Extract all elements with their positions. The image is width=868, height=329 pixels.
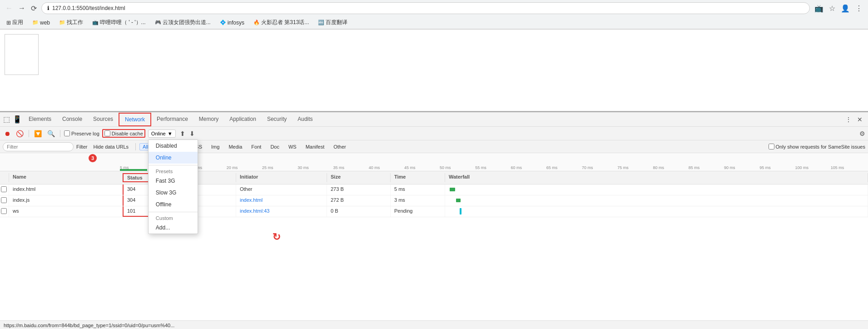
tab-console[interactable]: Console — [57, 113, 88, 126]
col-header-name[interactable]: Name — [9, 173, 123, 182]
menu-button[interactable]: ⋮ — [853, 3, 864, 14]
throttle-option-add[interactable]: Add... — [149, 222, 198, 234]
bookmark-baidu[interactable]: 🔤 百度翻译 — [315, 18, 350, 27]
tab-audits[interactable]: Audits — [292, 113, 318, 126]
col-header-time[interactable]: Time — [391, 173, 445, 182]
browser-actions: 📺 ☆ 👤 ⋮ — [813, 3, 864, 14]
row-time-1: 5 ms — [391, 184, 445, 195]
initiator-link-3[interactable]: index.html:43 — [240, 208, 269, 214]
bookmark-button[interactable]: ☆ — [827, 3, 837, 14]
filter-img[interactable]: Img — [208, 143, 223, 150]
forward-button[interactable]: → — [16, 3, 27, 13]
preserve-log-label: Preserve log — [71, 131, 99, 136]
preserve-log-checkbox[interactable]: Preserve log — [64, 130, 99, 136]
bookmark-bilibili[interactable]: 📺 哔哩哔哩（ ' - '）... — [89, 18, 149, 27]
apps-bookmark[interactable]: ⊞ 应用 — [4, 18, 26, 27]
bookmark-game[interactable]: 🎮 云顶女团强势出道... — [152, 18, 213, 27]
back-button[interactable]: ← — [4, 3, 15, 13]
search-button[interactable]: 🔍 — [46, 129, 56, 138]
filter-divider — [135, 143, 136, 150]
filter-type-hide-data[interactable]: Hide data URLs — [90, 143, 132, 150]
disable-cache-input[interactable] — [104, 130, 110, 136]
row-size-1: 273 B — [327, 184, 391, 195]
filter-doc[interactable]: Doc — [267, 143, 283, 150]
filter-font[interactable]: Font — [248, 143, 264, 150]
clear-button[interactable]: 🚫 — [15, 129, 25, 138]
table-row[interactable]: index.html 304 document Other 273 B 5 ms — [0, 184, 868, 195]
filter-other[interactable]: Other — [330, 143, 349, 150]
bookmark-work[interactable]: 📁 找工作 — [56, 18, 86, 27]
tab-memory[interactable]: Memory — [193, 113, 224, 126]
bookmark-web[interactable]: 📁 web — [30, 19, 53, 27]
tab-elements[interactable]: Elements — [23, 113, 57, 126]
throttle-btn[interactable]: Online ▼ — [148, 130, 176, 138]
tab-security[interactable]: Security — [262, 113, 292, 126]
profile-button[interactable]: 👤 — [839, 3, 852, 14]
export-button[interactable]: ⬇ — [188, 129, 196, 138]
filter-media[interactable]: Media — [225, 143, 245, 150]
folder-icon: 📁 — [32, 20, 39, 25]
filter-label: Filter — [76, 144, 87, 150]
row-size-2: 272 B — [327, 195, 391, 206]
row-checkbox-2[interactable] — [0, 195, 9, 206]
throttle-option-online[interactable]: Online — [149, 152, 198, 164]
reload-button[interactable]: ⟳ — [29, 3, 39, 14]
tab-network[interactable]: Network — [119, 113, 151, 126]
initiator-link-2[interactable]: index.html — [240, 197, 263, 203]
upload-download-icons: ⬆ ⬇ — [179, 129, 196, 138]
devtools-close-button[interactable]: ✕ — [855, 115, 864, 124]
col-header-waterfall[interactable]: Waterfall — [445, 173, 868, 182]
tab-performance[interactable]: Performance — [151, 113, 193, 126]
import-button[interactable]: ⬆ — [179, 129, 187, 138]
devtools-more-button[interactable]: ⋮ — [843, 115, 853, 124]
network-table: Name Status Type Initiator Size Time Wat… — [0, 171, 868, 320]
table-row[interactable]: index.js 304 script index.html 272 B 3 m… — [0, 195, 868, 206]
throttle-option-fast3g[interactable]: Fast 3G — [149, 175, 198, 187]
throttle-dropdown[interactable]: Online ▼ Disabled Online Presets Fast 3G… — [148, 130, 176, 138]
bookmark-infosys[interactable]: 💠 infosys — [217, 19, 247, 27]
samesite-checkbox[interactable]: Only show requests for SameSite issues — [769, 144, 865, 150]
table-header: Name Status Type Initiator Size Time Wat… — [0, 171, 868, 184]
preserve-log-input[interactable] — [64, 130, 70, 136]
row-name-2: index.js — [9, 195, 123, 206]
devtools-device-button[interactable]: 📱 — [11, 114, 23, 125]
timeline-section: 5 ms 10 ms 15 ms 20 ms 25 ms 30 ms 35 ms… — [0, 153, 868, 171]
bilibili-icon: 📺 — [92, 20, 99, 25]
throttle-divider-2 — [149, 212, 198, 212]
filter-input[interactable] — [3, 142, 74, 151]
bookmark-naruto[interactable]: 🔥 火影忍者 第313话... — [251, 18, 312, 27]
col-header-checkbox — [0, 173, 9, 182]
col-header-initiator[interactable]: Initiator — [236, 173, 327, 182]
cast-button[interactable]: 📺 — [813, 3, 825, 14]
annotation-arrow: ↺ — [273, 231, 281, 243]
record-button[interactable]: ⏺ — [3, 129, 12, 138]
page-white-box — [5, 34, 39, 75]
throttle-dropdown-menu: Disabled Online Presets Fast 3G Slow 3G … — [148, 140, 198, 234]
throttle-option-offline[interactable]: Offline — [149, 199, 198, 210]
throttle-value: Online — [151, 131, 166, 136]
tab-application[interactable]: Application — [224, 113, 262, 126]
tab-sources[interactable]: Sources — [88, 113, 119, 126]
row-initiator-2: index.html — [236, 195, 327, 206]
filter-bar: Filter Hide data URLs All XHR JS CSS Img… — [0, 140, 868, 153]
samesite-input[interactable] — [769, 144, 774, 150]
row-name-1: index.html — [9, 184, 123, 195]
filter-ws[interactable]: WS — [285, 143, 300, 150]
disable-cache-checkbox[interactable]: Disable cache — [102, 129, 145, 138]
network-settings-button[interactable]: ⚙ — [859, 130, 865, 137]
secure-icon: ℹ — [47, 5, 50, 11]
throttle-option-disabled[interactable]: Disabled — [149, 140, 198, 152]
address-bar[interactable]: ℹ 127.0.0.1:5500/test/index.html — [41, 2, 810, 14]
row-checkbox-1[interactable] — [0, 184, 9, 195]
col-header-size[interactable]: Size — [327, 173, 391, 182]
table-row[interactable]: ws 101 websocket index.html:43 0 B Pendi… — [0, 206, 868, 217]
devtools-tab-bar: ⬚ 📱 Elements Console Sources Network Per… — [0, 112, 868, 127]
url-text: 127.0.0.1:5500/test/index.html — [52, 5, 125, 11]
throttle-option-slow3g[interactable]: Slow 3G — [149, 187, 198, 199]
devtools-inspect-button[interactable]: ⬚ — [2, 114, 11, 125]
filter-button[interactable]: 🔽 — [33, 129, 43, 138]
row-time-3: Pending — [391, 206, 445, 217]
filter-manifest[interactable]: Manifest — [303, 143, 328, 150]
throttle-divider-1 — [149, 165, 198, 165]
row-checkbox-3[interactable] — [0, 206, 9, 217]
